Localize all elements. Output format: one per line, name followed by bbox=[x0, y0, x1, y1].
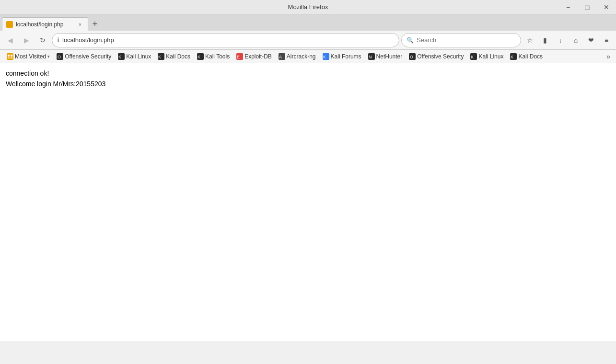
forward-button[interactable]: ▶ bbox=[19, 33, 34, 47]
kali-docs-icon-1: K bbox=[158, 53, 164, 60]
search-icon: 🔍 bbox=[407, 37, 414, 44]
bookmark-exploit-db[interactable]: E Exploit-DB bbox=[233, 52, 275, 61]
bookmark-aircrack-ng[interactable]: A Aircrack-ng bbox=[276, 52, 319, 61]
welcome-message: Wellcome login Mr/Mrs:20155203 bbox=[6, 79, 610, 89]
tab-close-button[interactable]: × bbox=[76, 21, 84, 28]
bookmark-label: Exploit-DB bbox=[244, 53, 272, 60]
kali-linux-icon-2: K bbox=[470, 53, 477, 60]
close-button[interactable]: ✕ bbox=[597, 0, 616, 14]
search-input[interactable] bbox=[417, 36, 516, 44]
svg-text:K: K bbox=[511, 55, 513, 59]
aircrack-icon: A bbox=[279, 53, 285, 60]
bookmark-offensive-security-1[interactable]: O Offensive Security bbox=[54, 52, 114, 61]
bookmark-nethunter[interactable]: N NetHunter bbox=[365, 52, 406, 61]
svg-text:K: K bbox=[158, 55, 161, 59]
svg-text:K: K bbox=[471, 55, 474, 59]
bookmark-label: NetHunter bbox=[376, 53, 403, 60]
bookmark-label: Kali Docs bbox=[518, 53, 543, 60]
firefox-sync-button[interactable]: ❤ bbox=[584, 34, 598, 47]
kali-linux-icon-1: K bbox=[118, 53, 125, 60]
svg-rect-3 bbox=[8, 57, 10, 58]
restore-button[interactable]: ◻ bbox=[578, 0, 597, 14]
nethunter-icon: N bbox=[368, 53, 375, 60]
address-input[interactable] bbox=[62, 36, 394, 44]
bookmark-label: Offensive Security bbox=[417, 53, 464, 60]
nav-bar: ◀ ▶ ↻ ℹ 🔍 ☆ ▮ ↓ ⌂ ❤ ≡ bbox=[0, 31, 616, 50]
tab-title: localhost/login.php bbox=[16, 21, 73, 28]
back-button[interactable]: ◀ bbox=[3, 33, 17, 47]
svg-text:K: K bbox=[323, 55, 326, 59]
tab-bar: localhost/login.php × + bbox=[0, 14, 616, 31]
download-button[interactable]: ↓ bbox=[554, 34, 567, 47]
bookmark-label: Kali Tools bbox=[205, 53, 230, 60]
info-icon: ℹ bbox=[57, 36, 59, 44]
home-button[interactable]: ⌂ bbox=[569, 34, 582, 47]
bookmark-star-button[interactable]: ☆ bbox=[523, 34, 536, 47]
offensive-security-icon-1: O bbox=[57, 53, 63, 60]
bookmark-label: Kali Linux bbox=[126, 53, 151, 60]
page-content: connection ok! Wellcome login Mr/Mrs:201… bbox=[0, 63, 616, 341]
bookmark-label: Kali Forums bbox=[331, 53, 361, 60]
svg-rect-2 bbox=[11, 55, 12, 57]
reload-button[interactable]: ↻ bbox=[35, 33, 50, 47]
bookmark-offensive-security-2[interactable]: O Offensive Security bbox=[406, 52, 466, 61]
connection-status: connection ok! bbox=[6, 68, 610, 79]
active-tab[interactable]: localhost/login.php × bbox=[2, 17, 88, 31]
address-bar[interactable]: ℹ bbox=[52, 33, 399, 47]
svg-text:O: O bbox=[410, 55, 413, 59]
kali-tools-icon: K bbox=[197, 53, 204, 60]
tab-favicon bbox=[6, 21, 13, 28]
window-controls: − ◻ ✕ bbox=[558, 0, 616, 14]
bookmark-most-visited[interactable]: Most Visited ▾ bbox=[4, 52, 53, 61]
window-title: Mozilla Firefox bbox=[288, 3, 328, 11]
bookmark-label: Kali Linux bbox=[478, 53, 503, 60]
new-tab-button[interactable]: + bbox=[88, 17, 102, 31]
bookmark-label: Kali Docs bbox=[166, 53, 190, 60]
bookmark-kali-docs-1[interactable]: K Kali Docs bbox=[155, 52, 193, 61]
title-bar: Mozilla Firefox − ◻ ✕ bbox=[0, 0, 616, 14]
bookmark-label: Aircrack-ng bbox=[287, 53, 316, 60]
bookmark-kali-docs-2[interactable]: K Kali Docs bbox=[507, 52, 546, 61]
bookmark-label: Offensive Security bbox=[65, 53, 111, 60]
most-visited-icon bbox=[7, 53, 13, 60]
svg-text:K: K bbox=[118, 55, 121, 59]
svg-rect-1 bbox=[8, 55, 10, 57]
svg-text:N: N bbox=[369, 55, 372, 59]
exploit-db-icon: E bbox=[236, 53, 243, 60]
svg-text:A: A bbox=[279, 55, 282, 59]
bookmarks-bar: Most Visited ▾ O Offensive Security K Ka… bbox=[0, 50, 616, 63]
svg-rect-0 bbox=[7, 53, 13, 60]
bookmark-kali-linux-1[interactable]: K Kali Linux bbox=[115, 52, 154, 61]
menu-button[interactable]: ≡ bbox=[600, 34, 613, 47]
svg-text:O: O bbox=[58, 55, 61, 59]
kali-docs-icon-2: K bbox=[510, 53, 517, 60]
bookmark-kali-tools[interactable]: K Kali Tools bbox=[194, 52, 232, 61]
kali-forums-icon: K bbox=[323, 53, 329, 60]
search-bar[interactable]: 🔍 bbox=[401, 33, 521, 47]
chevron-icon: ▾ bbox=[47, 54, 50, 59]
bookmarks-overflow-button[interactable]: » bbox=[604, 52, 612, 61]
bookmark-kali-linux-2[interactable]: K Kali Linux bbox=[467, 52, 506, 61]
pocket-button[interactable]: ▮ bbox=[538, 34, 552, 47]
svg-text:E: E bbox=[237, 55, 240, 59]
bookmark-kali-forums[interactable]: K Kali Forums bbox=[320, 52, 364, 61]
offensive-security-icon-2: O bbox=[409, 53, 416, 60]
bookmark-label: Most Visited bbox=[15, 53, 46, 60]
svg-text:K: K bbox=[198, 55, 200, 59]
svg-rect-4 bbox=[11, 57, 12, 58]
minimize-button[interactable]: − bbox=[558, 0, 578, 14]
